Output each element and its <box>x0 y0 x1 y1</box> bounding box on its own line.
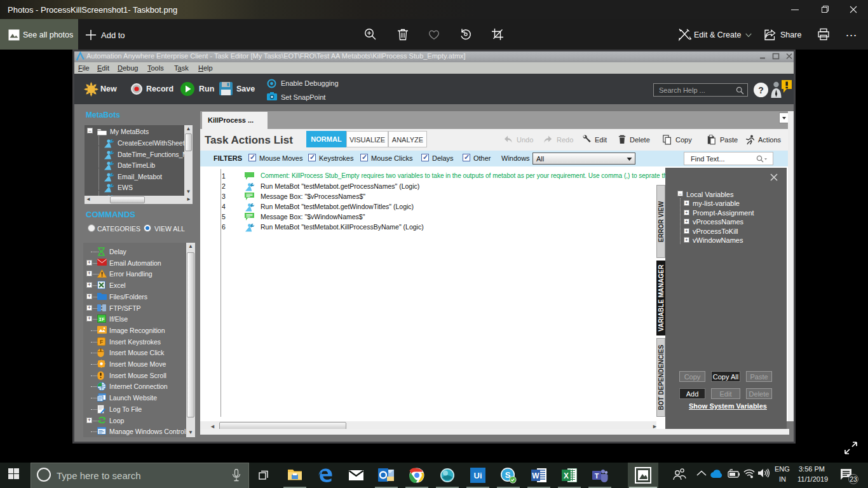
svg-text:X: X <box>564 471 569 480</box>
svg-text:23: 23 <box>850 475 857 483</box>
svg-text:IF: IF <box>98 316 105 322</box>
svg-text:F: F <box>100 338 103 344</box>
svg-text:?: ? <box>758 85 764 95</box>
svg-text:W: W <box>532 471 539 480</box>
svg-text:Ui: Ui <box>474 471 482 480</box>
svg-text:T: T <box>595 472 599 480</box>
